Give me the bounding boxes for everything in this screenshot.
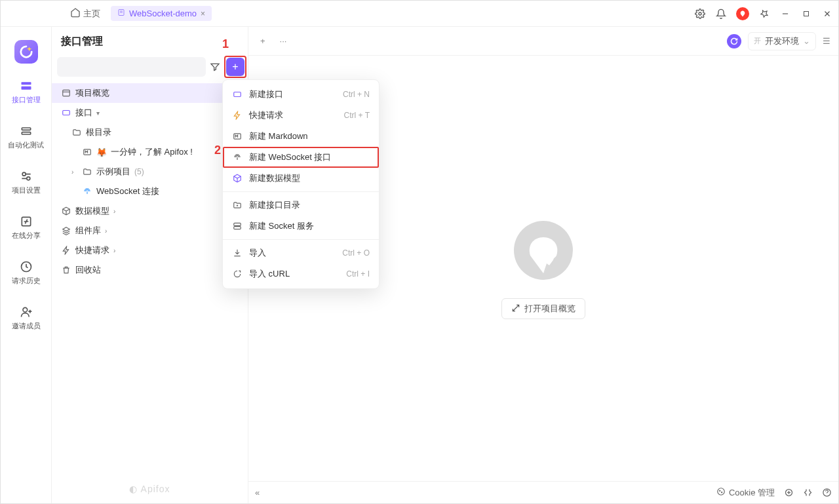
svg-rect-32 xyxy=(234,227,241,229)
dd-label: 新建接口目录 xyxy=(249,199,300,211)
more-button[interactable]: ··· xyxy=(276,33,291,48)
environment-select[interactable]: 开 开发环境 ⌄ xyxy=(748,32,816,50)
tree-label: 一分钟，了解 Apifox ! xyxy=(111,146,193,158)
cookie-manage[interactable]: Cookie 管理 xyxy=(716,487,775,499)
svg-point-22 xyxy=(718,488,725,495)
box-icon xyxy=(232,174,243,183)
nav-online-share[interactable]: 在线分享 xyxy=(1,211,51,244)
placeholder-logo xyxy=(511,218,576,285)
svg-rect-31 xyxy=(234,223,241,225)
collapse-icon[interactable]: « xyxy=(255,488,260,497)
home-tab[interactable]: 主页 xyxy=(65,5,106,22)
tree-sample-project[interactable]: › 示例项目 (5) xyxy=(52,162,248,182)
svg-point-10 xyxy=(22,172,26,176)
dd-label: 新建 WebSocket 接口 xyxy=(249,151,331,163)
target-icon[interactable] xyxy=(784,488,794,497)
dd-new-folder[interactable]: 新建接口目录 xyxy=(223,195,379,216)
add-button[interactable]: + xyxy=(226,58,244,76)
pin-icon[interactable] xyxy=(758,8,770,20)
tree-root-folder[interactable]: 根目录 xyxy=(52,123,248,142)
bell-icon[interactable] xyxy=(715,8,727,20)
tree-label: 根目录 xyxy=(86,126,111,138)
new-tab-button[interactable]: + xyxy=(256,33,269,48)
search-input[interactable] xyxy=(57,57,206,77)
filter-button[interactable] xyxy=(210,57,220,77)
svg-point-14 xyxy=(23,307,28,312)
close-icon[interactable]: × xyxy=(201,9,205,18)
dd-import-curl[interactable]: 导入 cURL Ctrl + I xyxy=(223,263,379,284)
nav-automation[interactable]: 自动化测试 xyxy=(1,121,51,154)
tree-label: 接口 xyxy=(75,107,92,119)
nav-invite-members[interactable]: 邀请成员 xyxy=(1,301,51,335)
dd-label: 新建 Markdown xyxy=(249,130,308,142)
cookie-icon xyxy=(716,487,726,498)
dd-new-api[interactable]: 新建接口 Ctrl + N xyxy=(223,84,379,105)
tree-api-root[interactable]: 接口 ▾ xyxy=(52,103,248,123)
tab-label: WebSocket-demo xyxy=(129,9,197,18)
nav-request-history[interactable]: 请求历史 xyxy=(1,256,51,290)
dd-new-socket-service[interactable]: 新建 Socket 服务 xyxy=(223,216,379,237)
caret-right-icon: › xyxy=(71,168,78,176)
dd-label: 导入 cURL xyxy=(249,268,290,280)
tree-data-models[interactable]: 数据模型 › xyxy=(52,201,248,221)
nav-label: 邀请成员 xyxy=(12,321,41,331)
markdown-icon xyxy=(82,147,92,157)
tree-websocket-conn[interactable]: WebSocket 连接 xyxy=(52,182,248,201)
caret-right-icon: › xyxy=(113,247,120,254)
nav-label: 项目设置 xyxy=(12,185,41,195)
tree-label: 项目概览 xyxy=(75,87,109,99)
tree-trash[interactable]: 回收站 xyxy=(52,260,248,280)
user-avatar[interactable] xyxy=(736,7,749,20)
maximize-icon[interactable] xyxy=(800,8,812,20)
history-icon xyxy=(20,260,33,273)
tab-websocket-demo[interactable]: WebSocket-demo × xyxy=(111,6,212,21)
nav-project-settings[interactable]: 项目设置 xyxy=(1,166,51,199)
dd-new-websocket[interactable]: 新建 WebSocket 接口 xyxy=(223,147,379,168)
left-panel: 接口管理 + 项目概览 接口 ▾ xyxy=(52,27,248,503)
minimize-icon[interactable] xyxy=(779,8,791,20)
panel-title: 接口管理 xyxy=(52,27,248,56)
server-icon xyxy=(232,222,243,231)
hamburger-icon[interactable]: ☰ xyxy=(823,36,830,46)
window-close-icon[interactable] xyxy=(821,8,833,20)
svg-rect-6 xyxy=(21,82,31,85)
nav-label: 在线分享 xyxy=(12,231,41,241)
dd-label: 新建数据模型 xyxy=(249,172,300,184)
expand-icon xyxy=(511,303,520,315)
open-overview-button[interactable]: 打开项目概览 xyxy=(501,298,585,319)
svg-rect-8 xyxy=(22,128,30,130)
settings-icon[interactable] xyxy=(694,8,706,20)
tree-components[interactable]: 组件库 › xyxy=(52,221,248,241)
folder-icon xyxy=(82,167,92,176)
code-icon[interactable] xyxy=(803,488,813,497)
tree-label: 数据模型 xyxy=(75,205,109,217)
chevron-down-icon: ⌄ xyxy=(803,36,810,46)
tree-project-overview[interactable]: 项目概览 xyxy=(52,83,248,103)
annotation-1: 1 xyxy=(222,37,229,51)
svg-rect-19 xyxy=(63,111,70,115)
dd-shortcut: Ctrl + N xyxy=(343,90,370,99)
dd-label: 新建接口 xyxy=(249,88,283,100)
dd-new-markdown[interactable]: 新建 Markdown xyxy=(223,126,379,147)
add-dropdown: 新建接口 Ctrl + N 快捷请求 Ctrl + T 新建 Markdown … xyxy=(222,79,380,289)
api-badge-icon xyxy=(61,108,71,117)
open-overview-label: 打开项目概览 xyxy=(524,303,576,315)
tree-label: 回收站 xyxy=(75,264,101,276)
refresh-button[interactable] xyxy=(727,34,741,48)
tree-label: 快捷请求 xyxy=(75,244,109,256)
nav-rail: 接口管理 自动化测试 项目设置 在线分享 请求历史 邀请成员 xyxy=(1,27,52,503)
dd-new-data-model[interactable]: 新建数据模型 xyxy=(223,168,379,189)
tree: 项目概览 接口 ▾ 根目录 🦊 一分钟，了解 Apifox ! › xyxy=(52,83,248,475)
dd-import[interactable]: 导入 Ctrl + O xyxy=(223,242,379,263)
dd-quick-request[interactable]: 快捷请求 Ctrl + T xyxy=(223,105,379,126)
nav-api-management[interactable]: 接口管理 xyxy=(1,75,51,109)
folder-icon xyxy=(71,128,82,137)
env-prefix: 开 xyxy=(754,36,761,46)
nav-label: 请求历史 xyxy=(12,276,41,286)
help-icon[interactable] xyxy=(822,488,832,497)
dd-shortcut: Ctrl + T xyxy=(344,111,370,120)
fox-icon: 🦊 xyxy=(96,147,107,157)
tree-label: 示例项目 xyxy=(96,166,130,178)
cookie-label: Cookie 管理 xyxy=(729,487,775,499)
tree-quick-request[interactable]: 快捷请求 › xyxy=(52,241,248,260)
